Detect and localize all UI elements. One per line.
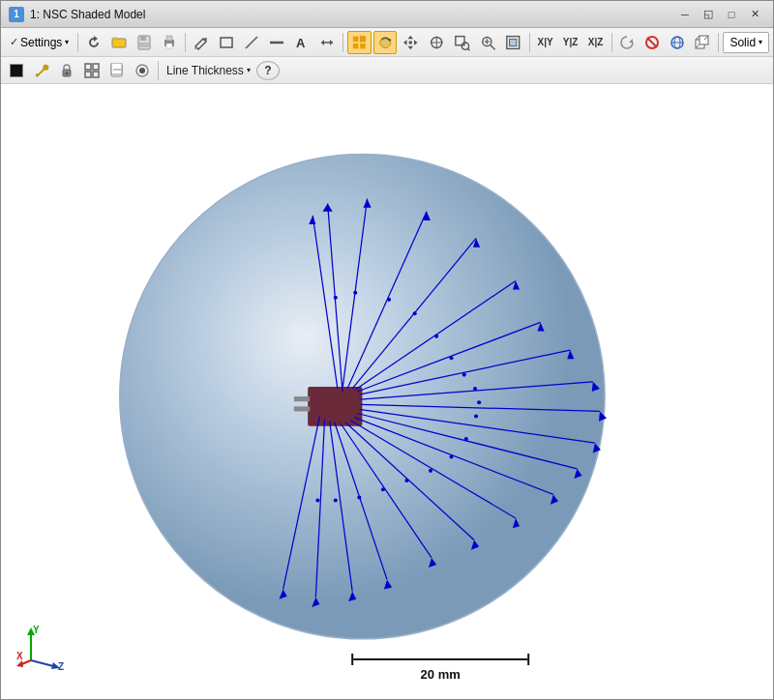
- yiz-label: Y|Z: [563, 37, 579, 47]
- svg-point-108: [387, 298, 391, 302]
- zoom-box-button[interactable]: [450, 31, 474, 54]
- move-button[interactable]: [399, 31, 423, 54]
- no-render-button[interactable]: [640, 31, 664, 54]
- globe-icon: [670, 35, 685, 50]
- svg-point-50: [66, 72, 69, 74]
- fit-button[interactable]: [501, 31, 525, 54]
- settings-dropdown[interactable]: ✓ Settings ▾: [5, 33, 74, 52]
- axis-indicator: Y Z X: [16, 622, 65, 670]
- content-area: Y Z X 20 mm: [1, 84, 773, 699]
- layers-button[interactable]: [105, 59, 129, 82]
- svg-point-118: [429, 469, 432, 473]
- save-icon: [136, 35, 152, 50]
- color-square-button[interactable]: [5, 59, 28, 82]
- zoom-button[interactable]: [476, 31, 500, 54]
- double-arrow-button[interactable]: [315, 31, 339, 54]
- crosshair-icon: [429, 34, 445, 51]
- scale-label: 20 mm: [421, 667, 461, 682]
- svg-marker-23: [403, 40, 407, 45]
- svg-point-119: [404, 479, 408, 482]
- solid-dropdown[interactable]: Solid ▾: [723, 32, 769, 53]
- svg-rect-17: [353, 43, 359, 48]
- svg-marker-13: [321, 40, 324, 45]
- line-diag-button[interactable]: [240, 31, 263, 54]
- svg-rect-64: [294, 396, 310, 401]
- settings-label: Settings: [20, 36, 62, 49]
- maximize-button[interactable]: □: [721, 6, 742, 23]
- pencil-button[interactable]: [190, 31, 213, 54]
- line-horiz-icon: [269, 35, 284, 50]
- sep1: [77, 33, 78, 52]
- svg-point-110: [434, 335, 438, 338]
- sep4: [529, 33, 530, 52]
- svg-rect-7: [166, 44, 172, 48]
- svg-text:Z: Z: [58, 661, 64, 670]
- sep2: [185, 33, 186, 52]
- xiz-button[interactable]: X|Z: [584, 31, 608, 54]
- svg-rect-3: [140, 36, 146, 41]
- line-thickness-dropdown[interactable]: Line Thickness ▾: [163, 64, 254, 77]
- rectangle-button[interactable]: [215, 31, 238, 54]
- save-button[interactable]: [133, 31, 156, 54]
- svg-line-46: [696, 36, 700, 40]
- color-square-icon: [10, 64, 23, 77]
- reset-button[interactable]: [615, 31, 639, 54]
- move-icon: [402, 34, 419, 51]
- viewport[interactable]: Y Z X 20 mm: [1, 84, 773, 699]
- layers-icon: [109, 63, 125, 78]
- 3d-viewport-scene[interactable]: [1, 84, 773, 699]
- crosshair-button[interactable]: [425, 31, 449, 54]
- close-button[interactable]: ✕: [744, 6, 765, 23]
- line-horiz-button[interactable]: [265, 31, 288, 54]
- xiy-button[interactable]: X|Y: [534, 31, 557, 54]
- svg-rect-0: [112, 39, 126, 47]
- fit-icon: [505, 34, 521, 51]
- svg-rect-6: [166, 36, 172, 41]
- data-icon: [351, 34, 368, 51]
- grid-icon: [84, 63, 100, 78]
- record-button[interactable]: [131, 59, 154, 82]
- cube-button[interactable]: [691, 31, 714, 54]
- scale-bar-line: [351, 654, 529, 665]
- minimize-button[interactable]: ─: [674, 6, 696, 23]
- wrench-button[interactable]: [30, 59, 53, 82]
- svg-point-59: [139, 68, 145, 73]
- cube-icon: [695, 35, 710, 50]
- text-button[interactable]: A: [290, 31, 313, 54]
- line-thickness-label: Line Thickness: [166, 64, 244, 77]
- globe-button[interactable]: [666, 31, 689, 54]
- refresh-button[interactable]: [82, 31, 105, 54]
- svg-line-31: [467, 47, 469, 49]
- title-bar-left: 1 1: NSC Shaded Model: [9, 7, 145, 22]
- svg-point-112: [462, 373, 466, 377]
- svg-point-25: [409, 41, 413, 44]
- open-icon: [111, 35, 127, 50]
- data-button[interactable]: [347, 31, 372, 54]
- solid-label: Solid: [729, 36, 756, 49]
- svg-rect-65: [294, 406, 310, 411]
- svg-point-115: [474, 415, 478, 419]
- svg-marker-14: [330, 40, 333, 45]
- restore-button[interactable]: ◱: [698, 6, 719, 23]
- yiz-button[interactable]: Y|Z: [559, 31, 582, 54]
- title-bar: 1 1: NSC Shaded Model ─ ◱ □ ✕: [1, 1, 773, 28]
- svg-point-111: [449, 356, 453, 360]
- svg-point-109: [413, 311, 417, 315]
- lock-icon: [59, 63, 74, 78]
- text-icon: A: [294, 35, 310, 50]
- print-button[interactable]: [158, 31, 181, 54]
- lock-button[interactable]: [55, 59, 78, 82]
- help-label: ?: [264, 64, 271, 77]
- help-button[interactable]: ?: [256, 61, 280, 80]
- svg-rect-56: [111, 63, 122, 74]
- svg-point-106: [334, 296, 338, 300]
- svg-text:X: X: [16, 651, 23, 661]
- sep3: [342, 33, 343, 52]
- double-arrow-icon: [319, 35, 335, 50]
- grid-button[interactable]: [80, 59, 104, 82]
- svg-marker-131: [16, 660, 23, 667]
- open-button[interactable]: [107, 31, 131, 54]
- svg-line-40: [647, 38, 657, 47]
- rotate-button[interactable]: [373, 31, 398, 54]
- pencil-icon: [194, 35, 209, 50]
